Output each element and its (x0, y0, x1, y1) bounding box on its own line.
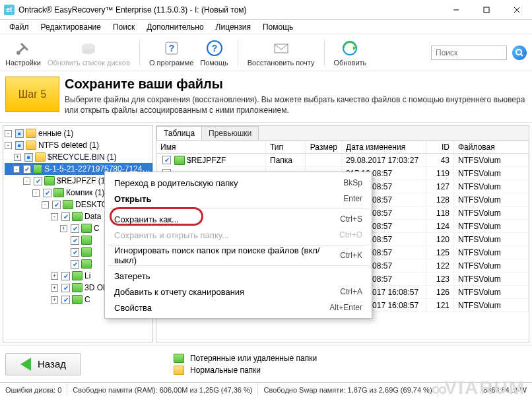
back-button[interactable]: Назад (5, 353, 81, 375)
row-checkbox[interactable] (162, 156, 171, 164)
cell-id: 125 (426, 246, 454, 259)
tree-node[interactable]: -NTFS deleted (1) (5, 139, 152, 151)
cell-id: 121 (426, 299, 454, 311)
tool-recover-mail[interactable]: Восстановить почту (248, 39, 315, 67)
tree-checkbox[interactable] (15, 129, 24, 138)
wrench-icon (14, 39, 32, 57)
maximize-button[interactable] (471, 0, 502, 20)
context-shortcut: Alt+Enter (329, 303, 362, 312)
status-ram: Свободно памяти (RAM): 606,00M из 1,25G … (67, 383, 258, 397)
tab-table[interactable]: Таблица (156, 126, 202, 140)
tree-toggle-icon[interactable]: + (60, 225, 67, 232)
tree-toggle-icon[interactable]: + (51, 284, 58, 292)
cell-filesystem: NTFSVolum (454, 233, 529, 245)
context-separator (108, 265, 369, 266)
tree-checkbox[interactable] (61, 296, 70, 304)
status-swap: Свободно Swap памяти: 1,87G из 2,69G (69… (258, 383, 438, 397)
tree-toggle-icon[interactable]: - (5, 142, 12, 149)
menu-search[interactable]: Поиск (108, 21, 140, 33)
tree-checkbox[interactable] (52, 201, 61, 209)
tree-toggle-icon[interactable]: - (5, 130, 12, 137)
context-menu[interactable]: Переход в родительскую папкуBkSpОткрытьE… (104, 172, 372, 319)
folder-yellow-icon (174, 366, 184, 375)
tree-checkbox[interactable] (61, 284, 70, 292)
context-item[interactable]: СвойстваAlt+Enter (105, 300, 372, 315)
tree-label: C (84, 295, 90, 304)
tree-label: Li (84, 271, 90, 280)
tree-checkbox[interactable] (71, 260, 79, 269)
tab-thumbnails[interactable]: Превьюшки (201, 126, 259, 140)
tree-checkbox[interactable] (34, 177, 42, 185)
cell-filesystem: NTFSVolum (454, 220, 529, 232)
menu-license[interactable]: Лицензия (211, 21, 256, 33)
context-item[interactable]: Игнорировать поиск папок при поиске файл… (105, 247, 372, 263)
tree-checkbox[interactable] (61, 272, 70, 280)
list-header[interactable]: Имя Тип Размер Дата изменения ID Файлова… (156, 141, 529, 154)
minimize-button[interactable] (441, 0, 471, 20)
tree-toggle-icon[interactable]: - (51, 213, 58, 220)
svg-point-15 (516, 49, 521, 55)
context-item[interactable]: Переход в родительскую папкуBkSp (105, 175, 372, 191)
context-separator (108, 209, 369, 209)
tree-toggle-icon[interactable]: - (32, 189, 40, 197)
tree-label: NTFS deleted (1) (38, 141, 99, 150)
tree-checkbox[interactable] (71, 236, 79, 245)
tree-toggle-icon[interactable]: + (51, 273, 58, 280)
folder-icon (26, 129, 36, 138)
tree-checkbox[interactable] (24, 153, 33, 162)
tool-help[interactable]: ? Помощь (200, 39, 228, 67)
menu-edit[interactable]: Редактирование (36, 21, 106, 33)
context-item[interactable]: Добавить к отчету сканированияCtrl+A (105, 284, 372, 300)
context-item[interactable]: ОткрытьEnter (105, 191, 372, 207)
tool-help-label: Помощь (200, 59, 228, 67)
search-input[interactable] (431, 46, 507, 60)
tree-label: DESKTO (75, 200, 108, 209)
globe-refresh-icon (341, 39, 359, 57)
tree-toggle-icon[interactable]: + (14, 154, 21, 161)
col-size[interactable]: Размер (306, 141, 342, 153)
tool-about[interactable]: ? О программе (149, 39, 193, 67)
window-title: Ontrack® EasyRecovery™ Enterprise (11.5.… (18, 5, 247, 15)
tool-update[interactable]: Обновить (334, 39, 367, 67)
context-shortcut: Enter (343, 194, 362, 203)
cell-id: 119 (426, 167, 454, 179)
table-row[interactable]: $REJPFZFПапка29.08.2017 17:03:2743NTFSVo… (156, 154, 529, 167)
tree-checkbox[interactable] (15, 141, 24, 150)
close-button[interactable] (502, 0, 532, 20)
tool-about-label: О программе (149, 59, 193, 67)
col-date[interactable]: Дата изменения (342, 141, 426, 153)
tree-node[interactable]: -енные (1) (5, 127, 152, 139)
context-item[interactable]: Сохранить как...Ctrl+S (105, 211, 372, 227)
col-filesystem[interactable]: Файловая (454, 141, 529, 153)
tree-checkbox[interactable] (71, 224, 79, 233)
context-label: Добавить к отчету сканирования (114, 287, 244, 297)
folder-icon (44, 176, 55, 185)
menu-help[interactable]: Помощь (257, 21, 298, 33)
context-item[interactable]: Затереть (105, 268, 372, 284)
folder-icon (72, 271, 83, 280)
tree-checkbox[interactable] (61, 212, 70, 221)
tree-node[interactable]: +$RECYCLE.BIN (1) (5, 151, 152, 163)
context-label: Сохранить и открыть папку... (114, 230, 229, 240)
menu-extra[interactable]: Дополнительно (141, 21, 209, 33)
tree-checkbox[interactable] (71, 248, 79, 257)
tool-settings[interactable]: Настройки (5, 39, 41, 67)
cell-filesystem: NTFSVolum (454, 193, 529, 206)
col-name[interactable]: Имя (156, 141, 266, 153)
col-type[interactable]: Тип (266, 141, 306, 153)
tool-recover-mail-label: Восстановить почту (248, 59, 315, 67)
tree-toggle-icon[interactable]: + (51, 296, 58, 304)
context-shortcut: Ctrl+K (340, 251, 362, 260)
cell-id: 124 (426, 220, 454, 232)
tree-checkbox[interactable] (43, 189, 51, 197)
menu-file[interactable]: Файл (4, 21, 34, 33)
tree-toggle-icon[interactable]: - (42, 201, 49, 209)
watermark: ∞VIARUM (431, 373, 525, 399)
tree-toggle-icon[interactable]: - (13, 166, 20, 173)
col-id[interactable]: ID (426, 141, 454, 153)
tree-checkbox[interactable] (23, 165, 31, 174)
search-button[interactable] (512, 46, 527, 60)
legend-lost: Потерянные или удаленные папки (190, 354, 317, 363)
tree-toggle-icon[interactable]: - (23, 177, 30, 185)
cell-id: 118 (426, 207, 454, 219)
